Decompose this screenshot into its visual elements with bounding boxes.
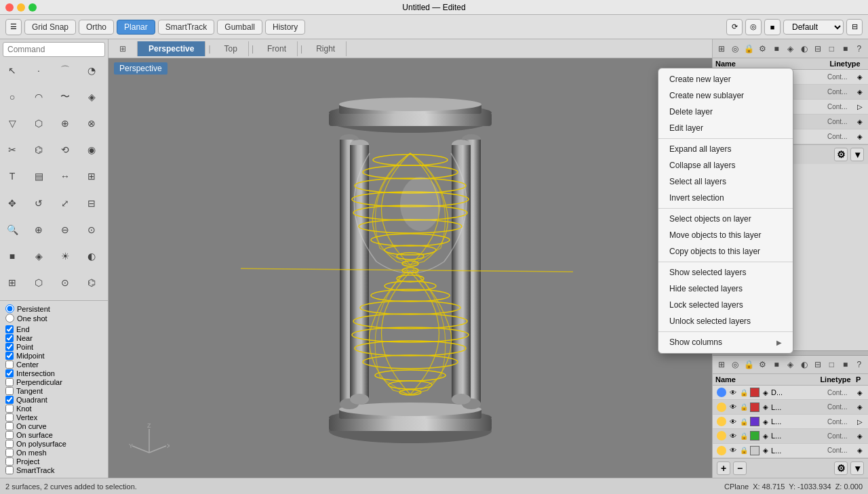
quadrant-check[interactable] [5,396,14,404]
offset-tool[interactable]: ◉ [81,140,102,159]
layer-color-b3[interactable] [750,431,760,440]
mesh-tool[interactable]: ⊗ [81,114,102,133]
layer-lock-b4[interactable]: 🔒 [739,446,749,455]
zoom-out-tool[interactable]: ⊖ [54,220,76,239]
cm-select-objects[interactable]: Select objects on layer [658,211,793,227]
lock-icon-b[interactable]: 🔒 [743,358,755,371]
view-icon-b[interactable]: □ [825,358,837,371]
trim-tool[interactable]: ✂ [1,140,23,159]
cm-collapse-all[interactable]: Collapse all layers [658,157,793,173]
near-check[interactable] [5,334,14,342]
settings-icon-b[interactable]: ⚙ [757,358,769,371]
tab-right[interactable]: Right [305,41,347,56]
layer-row-b3[interactable]: 👁 🔒 ◈ L... Cont... ◈ [713,429,868,443]
layer-mat-b0[interactable]: ◈ [761,388,770,397]
layer-row-b4[interactable]: 👁 🔒 ◈ L... Cont... ◈ [713,444,868,458]
layer-linetype-icon-b3[interactable]: ◈ [855,431,865,440]
planar-button[interactable]: Planar [117,20,155,35]
freeform-tool[interactable]: 〜 [54,87,76,106]
midpoint-check[interactable] [5,352,14,360]
layer-eye-b1[interactable]: 👁 [728,403,738,412]
move-tool[interactable]: ✥ [1,194,23,213]
help-icon-b[interactable]: ? [853,358,865,371]
layer-eye-b2[interactable]: 👁 [728,417,738,426]
cm-lock-selected[interactable]: Lock selected layers [658,297,793,313]
tab-front[interactable]: Front [256,41,298,56]
dropdown-layer-button-top[interactable]: ▾ [850,148,864,161]
maximize-button[interactable] [28,3,37,12]
square-icon[interactable]: ■ [764,19,781,35]
render-tool[interactable]: ■ [1,247,23,266]
render-icon2[interactable]: ■ [839,42,851,56]
grid-tool[interactable]: ⊞ [1,273,23,292]
cm-copy-objects[interactable]: Copy objects to this layer [658,243,793,260]
select-tool[interactable]: ↖ [1,61,23,80]
line-tool[interactable]: ⌒ [54,61,76,80]
light-tool[interactable]: ☀ [54,247,76,266]
layer-mat-b4[interactable]: ◈ [761,446,770,455]
cm-edit-layer[interactable]: Edit layer [658,120,793,136]
scale-tool[interactable]: ⤢ [54,194,76,213]
smart-track-button[interactable]: SmartTrack [158,20,215,35]
plot-icon[interactable]: ◐ [798,42,810,56]
cm-invert-selection[interactable]: Invert selection [658,190,793,206]
viewport-canvas[interactable]: Perspective [108,58,712,478]
layer-row-b0[interactable]: 👁 🔒 ◈ D... Cont... ◈ [713,386,868,400]
cm-create-new-sublayer[interactable]: Create new sublayer [658,87,793,104]
project-check[interactable] [5,457,14,466]
print-icon[interactable]: ⊟ [812,42,824,56]
osnap-tool[interactable]: ⊙ [54,273,76,292]
add-layer-button-bottom[interactable]: + [717,461,730,475]
settings-layer-button-top[interactable]: ⚙ [834,148,848,161]
on-mesh-check[interactable] [5,449,14,457]
zoom-in-tool[interactable]: ⊕ [28,220,50,239]
cm-hide-selected[interactable]: Hide selected layers [658,281,793,297]
cm-delete-layer[interactable]: Delete layer [658,104,793,120]
minimize-button[interactable] [17,3,25,12]
camera-icon[interactable]: ⟳ [726,19,743,35]
layers-icon-b[interactable]: ⊞ [715,358,728,371]
layer-mat-b1[interactable]: ◈ [761,403,770,412]
layer-mat-b3[interactable]: ◈ [761,431,770,440]
grid-snap-button[interactable]: Grid Snap [24,20,76,35]
layer-row-b2[interactable]: 👁 🔒 ◈ L... Cont... ▷ [713,415,868,429]
cm-unlock-selected[interactable]: Unlock selected layers [658,313,793,329]
target-icon[interactable]: ◎ [745,19,762,35]
dropdown-layer-button-bottom[interactable]: ▾ [850,461,864,475]
print-icon-b[interactable]: ⊟ [812,358,824,371]
end-check[interactable] [5,325,14,333]
layer-linetype-icon-b1[interactable]: ◈ [855,403,865,412]
layer-lock-b1[interactable]: 🔒 [739,403,749,412]
layer-lock-b2[interactable]: 🔒 [739,417,749,426]
vertex-check[interactable] [5,413,14,421]
arc-tool[interactable]: ◔ [81,61,102,80]
persistent-radio[interactable] [5,304,14,313]
context-menu[interactable]: Create new layer Create new sublayer Del… [658,68,793,354]
history-button[interactable]: History [265,20,305,35]
hatch-tool[interactable]: ▤ [28,167,50,186]
sidebar-toggle-icon[interactable]: ☰ [5,19,22,35]
cm-show-columns[interactable]: Show columns ▶ [658,334,793,350]
lock-icon[interactable]: 🔒 [743,42,755,56]
intersection-check[interactable] [5,369,14,377]
layer-linetype-icon-2[interactable]: ▷ [855,102,865,112]
display-mode-select[interactable]: Default [783,20,844,35]
layer-lock-b3[interactable]: 🔒 [739,431,749,440]
layer-lock-b0[interactable]: 🔒 [739,388,749,397]
analyze-tool[interactable]: ◐ [81,247,102,266]
surface-tool[interactable]: ▽ [1,114,23,133]
layer-eye-b0[interactable]: 👁 [728,388,738,397]
material-icon-b[interactable]: ◈ [784,358,796,371]
tab-perspective[interactable]: Perspective [138,41,205,56]
split-tool[interactable]: ⌬ [28,140,50,159]
cm-expand-all[interactable]: Expand all layers [658,141,793,157]
layer-linetype-icon-b4[interactable]: ◈ [855,446,865,455]
cm-show-selected[interactable]: Show selected layers [658,264,793,281]
cplane-tool[interactable]: ⌬ [81,273,102,292]
text-tool[interactable]: T [1,167,23,186]
ortho-button[interactable]: Ortho [79,20,114,35]
tangent-check[interactable] [5,387,14,395]
layer-linetype-icon-3[interactable]: ◈ [855,117,865,127]
layer-color-b1[interactable] [750,403,760,412]
panel-toggle-icon[interactable]: ⊟ [846,19,863,35]
